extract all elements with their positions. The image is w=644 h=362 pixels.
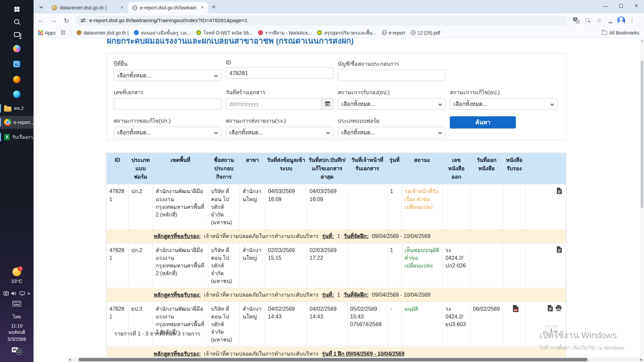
horizontal-scrollbar[interactable]: ◄ ► xyxy=(67,357,644,362)
select-สถานะการรับรอง(ยป.)[interactable]: เลือกทั้งหมด... xyxy=(338,98,445,110)
apps-shortcut[interactable]: Apps xyxy=(38,30,56,36)
select-สถานะการขอแก้ไข(ปก.)[interactable]: เลือกทั้งหมด... xyxy=(114,127,221,138)
excel-label: รับเรื่องภา... xyxy=(12,133,34,141)
toolbar-icons: ☆ ⋮ xyxy=(572,16,637,25)
cell-company: บริษัท ดีคอน โปรดักส์ จำกัด (มหาชน) xyxy=(208,243,240,288)
reload-button[interactable]: ↻ xyxy=(61,15,72,26)
taskbar-folder-item[interactable]: สท.2 xyxy=(0,102,34,115)
bookmark-page-button[interactable]: ☆ xyxy=(594,16,604,25)
input-บัญชี/ชื่อสถานประกอบการ[interactable] xyxy=(338,70,445,81)
tab-e-report[interactable]: e-report.dsd.go.th/lawtraining/ × xyxy=(128,2,208,13)
chevron-down-icon xyxy=(214,73,218,77)
cell-book_no xyxy=(443,184,470,230)
select-ปีที่ยื่น[interactable]: เลือกทั้งหมด... xyxy=(114,70,221,81)
horizontal-scroll-thumb[interactable] xyxy=(78,358,588,361)
input-ID[interactable]: 478281 xyxy=(226,67,333,79)
chevron-down-icon xyxy=(39,5,43,8)
maximize-icon xyxy=(619,4,623,8)
certificate-pdf-icon[interactable]: PDF xyxy=(513,305,519,314)
bookmark-item[interactable]: รากที่สาม - NockAca... xyxy=(258,29,312,37)
scroll-left-arrow[interactable]: ◄ xyxy=(67,357,72,362)
back-button[interactable]: ← xyxy=(36,15,46,26)
document-icon[interactable] xyxy=(557,246,562,255)
weather-widget[interactable]: 3 33°C xyxy=(0,267,34,284)
start-button[interactable] xyxy=(0,3,34,15)
firefox-icon xyxy=(13,76,20,83)
bookmark-item[interactable]: e-report xyxy=(382,30,405,36)
cell-book_no: รง 0424.2/ปก2-026 xyxy=(443,243,470,288)
cell-certificate xyxy=(503,184,526,230)
translate-button[interactable] xyxy=(572,16,581,25)
course-info-label: รุ่นที่: xyxy=(322,233,334,239)
bookmark-label: สรุปสูตรปริมาตรและพื้น... xyxy=(324,29,376,37)
new-tab-button[interactable]: + xyxy=(209,3,218,12)
copilot-button[interactable] xyxy=(0,42,34,55)
all-bookmarks-button[interactable]: All Bookmarks xyxy=(602,30,639,36)
print-icon[interactable] xyxy=(555,305,562,313)
cell-id: 478281 xyxy=(107,184,128,230)
select-ประเภทแบบฟอร์ม[interactable]: เลือกทั้งหมด... xyxy=(338,127,445,138)
bookmarks-separator xyxy=(71,30,71,36)
search-button[interactable]: ค้นหา xyxy=(450,116,516,128)
address-bar[interactable]: e-report.dsd.go.th/lawtraining/Trainingo… xyxy=(76,15,568,25)
profile-avatar[interactable] xyxy=(617,16,625,24)
bookmark-item[interactable]: สรุปสูตรปริมาตรและพื้น... xyxy=(317,29,376,37)
edge-button[interactable] xyxy=(0,88,34,101)
chevron-down-icon xyxy=(438,102,442,106)
close-button[interactable]: × xyxy=(629,0,644,11)
column-header: สาขา xyxy=(240,153,265,184)
select-สถานะการแก้ไข(ยป.)[interactable]: เลือกทั้งหมด... xyxy=(450,98,557,110)
grid-icon xyxy=(61,31,65,35)
field-label: ปีที่ยื่น xyxy=(114,60,221,68)
calendar-button[interactable] xyxy=(321,98,333,110)
date-input[interactable]: dd/mm/yyyy xyxy=(226,98,321,110)
system-tray[interactable]: > xyxy=(0,291,34,296)
maximize-button[interactable] xyxy=(613,0,629,11)
bookmark-item[interactable]: โจทย์ O-NET คณิต 58... xyxy=(196,29,253,37)
column-header: วันที่สปก.บันทึก/แก้ไขเอกสารล่าสุด xyxy=(307,153,347,184)
notification-center-button[interactable]: 12 xyxy=(0,347,34,355)
bookmark-item[interactable]: สอนอย่างมือขั้นครู :เอเ... xyxy=(134,29,191,37)
filter-row: เลขที่เอกสารวันที่สร้างเอกสารdd/mm/yyyyส… xyxy=(114,88,559,110)
zoom-button[interactable] xyxy=(583,16,592,25)
globe-favicon xyxy=(132,5,137,10)
document-icon[interactable] xyxy=(548,305,553,313)
folder-label: สท.2 xyxy=(14,105,23,112)
taskbar-search-button[interactable] xyxy=(0,15,34,28)
pagination-page-1[interactable]: 1 xyxy=(545,325,557,336)
tab-search-button[interactable] xyxy=(37,3,46,11)
language-indicator[interactable]: ไทย xyxy=(0,313,34,320)
downloads-button[interactable] xyxy=(606,16,615,25)
document-icon[interactable] xyxy=(557,188,562,196)
tab-close-icon[interactable]: × xyxy=(119,5,125,11)
taskbar-excel-item[interactable]: X รับเรื่องภา... xyxy=(0,131,34,143)
tab-datacenter[interactable]: datacenter.dsd.go.th | × xyxy=(48,2,127,13)
field-label: บัญชี/ชื่อสถานประกอบการ xyxy=(338,60,445,68)
copilot-icon xyxy=(13,45,20,52)
tab-groups-button[interactable] xyxy=(61,31,65,35)
touch-keyboard-button[interactable] xyxy=(0,301,34,308)
task-view-button[interactable] xyxy=(0,28,34,41)
input-เลขที่เอกสาร[interactable] xyxy=(114,98,221,110)
select-สถานะการส่งรายงาน(รง.)[interactable]: เลือกทั้งหมด... xyxy=(226,127,333,138)
forward-button[interactable]: → xyxy=(48,15,59,26)
minimize-button[interactable]: — xyxy=(598,0,613,11)
taskbar-clock[interactable]: 11:10 พฤหัสบดี 5/3/2569 xyxy=(0,322,34,343)
taskbar-chrome-item[interactable]: e-report... xyxy=(0,116,34,129)
scroll-right-arrow[interactable]: ► xyxy=(639,357,644,362)
vertical-scrollbar[interactable]: ▲ xyxy=(640,39,644,357)
firefox-button[interactable] xyxy=(0,73,34,86)
course-sub-row: หลักสูตรที่ขอรับรอง:เจ้าหน้าที่ความปลอดภ… xyxy=(107,230,566,243)
browser-menu-button[interactable]: ⋮ xyxy=(627,16,637,25)
site-settings-icon[interactable] xyxy=(80,18,86,23)
tab-close-icon[interactable]: × xyxy=(199,5,205,11)
outlook-button[interactable] xyxy=(0,58,34,70)
chrome-label: e-report... xyxy=(14,120,34,125)
scroll-up-arrow[interactable]: ▲ xyxy=(640,39,644,43)
bookmark-item[interactable]: datacenter.dsd.go.th | xyxy=(76,30,128,36)
vertical-scroll-thumb[interactable] xyxy=(641,61,643,208)
course-info-text: 09/04/2569 - 10/04/2569 xyxy=(372,233,430,239)
course-info-text: เจ้าหน้าที่ความปลอดภัยในการทำงานระดับบริ… xyxy=(204,233,319,239)
folder-icon xyxy=(602,31,607,35)
bookmark-item[interactable]: 12 (25).pdf xyxy=(411,30,440,36)
